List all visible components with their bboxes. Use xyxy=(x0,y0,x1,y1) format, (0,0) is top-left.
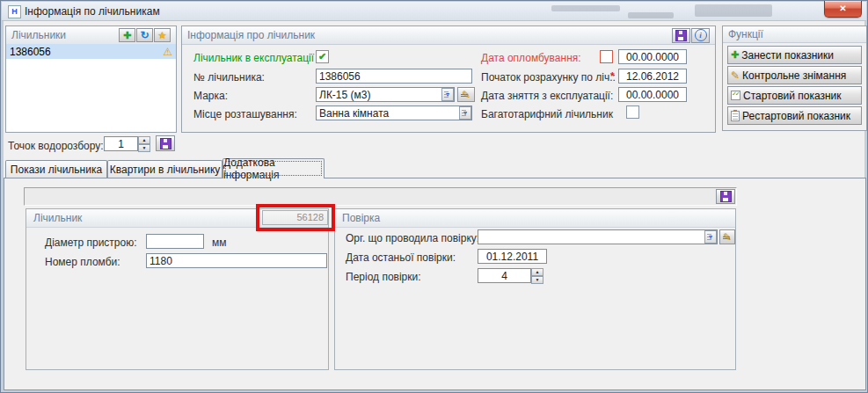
spin-up-icon[interactable]: ▲ xyxy=(138,136,150,144)
verification-group-title: Повірка xyxy=(342,212,380,224)
brand-edit-button[interactable]: ✎ xyxy=(457,87,475,102)
restart-reading-button[interactable]: Рестартовий показник xyxy=(727,106,862,125)
in-service-checkbox[interactable]: ✔ xyxy=(316,50,329,63)
brand-label: Марка: xyxy=(193,90,228,102)
meter-number-label: № лічильника: xyxy=(193,71,265,84)
meters-panel: Лічильники ✚ ↻ ★ 1386056 ⚠ xyxy=(5,25,177,133)
background-window-artifact xyxy=(628,12,674,18)
multi-tariff-label: Багатотарифний лічильник xyxy=(481,108,613,120)
plus-icon: ✚ xyxy=(123,30,131,41)
decommission-label: Дата зняття з експлуатації: xyxy=(481,90,613,102)
meter-info-panel: Інформація про лічильник i Лічильник в е… xyxy=(181,25,716,133)
meters-list: 1386056 ⚠ xyxy=(6,44,176,132)
verification-org-combo-input[interactable] xyxy=(478,229,718,244)
info-icon: i xyxy=(695,29,707,41)
location-combo-input[interactable] xyxy=(316,106,472,120)
meter-group: Лічильник 56128 Діаметр пристрою: мм Ном… xyxy=(26,208,329,370)
save-icon xyxy=(675,30,687,41)
save-icon xyxy=(720,191,732,202)
spin-up-icon[interactable]: ▲ xyxy=(531,268,543,276)
save-additional-info-button[interactable] xyxy=(716,189,735,204)
meter-number-input[interactable] xyxy=(316,69,472,84)
sealing-date-label: Дата опломбування: xyxy=(481,52,581,64)
water-points-spinner[interactable]: ▲ ▼ xyxy=(138,136,150,151)
plus-icon: ✚ xyxy=(731,49,739,61)
water-points-label: Точок водорозбору: xyxy=(8,140,104,152)
chevron-down-icon: ▾ xyxy=(463,109,467,117)
meters-panel-title: Лічильники xyxy=(11,29,66,41)
background-window-artifact xyxy=(695,4,772,17)
location-dropdown-button[interactable]: ▾ xyxy=(459,106,471,120)
verification-group-header: Повірка xyxy=(335,209,735,228)
diameter-input[interactable] xyxy=(146,234,204,249)
functions-panel-title: Функції xyxy=(728,28,763,40)
pencil-icon: ✎ xyxy=(731,69,740,82)
background-window-artifact xyxy=(551,5,620,11)
tab-readings[interactable]: Покази лічильника xyxy=(5,160,107,178)
refresh-button[interactable]: ↻ xyxy=(136,28,153,42)
tab-additional-info[interactable]: Додаткова інформація xyxy=(222,158,325,178)
location-label: Місце розташування: xyxy=(193,108,297,120)
close-button[interactable]: ✕ xyxy=(824,1,862,18)
chevron-down-icon: ▾ xyxy=(709,233,712,241)
water-points-input[interactable] xyxy=(104,136,138,151)
check-icon: ✔ xyxy=(318,51,326,62)
calc-start-input[interactable] xyxy=(618,69,687,84)
sealing-date-input[interactable] xyxy=(618,49,687,64)
last-check-date-input[interactable] xyxy=(478,249,547,264)
check-period-label: Період повірки: xyxy=(346,271,421,283)
save-water-points-button[interactable] xyxy=(156,135,175,151)
brand-dropdown-button[interactable]: ▾ xyxy=(441,88,454,101)
star-icon: ★ xyxy=(158,30,167,41)
meter-list-item[interactable]: 1386056 ⚠ xyxy=(6,44,176,59)
tab-apartments[interactable]: Квартири в лічильнику xyxy=(107,160,222,178)
start-reading-button[interactable]: ✓✓ Стартовий показник xyxy=(727,86,862,105)
check-period-spinner[interactable]: ▲ ▼ xyxy=(531,268,543,283)
seal-number-input[interactable] xyxy=(146,253,327,268)
refresh-icon: ↻ xyxy=(140,29,149,41)
meter-group-title: Лічильник xyxy=(33,212,82,224)
window-title: Інформація по лічильникам xyxy=(25,5,160,18)
diameter-unit-label: мм xyxy=(212,237,227,249)
verification-org-edit-button[interactable]: ✎ xyxy=(719,229,735,244)
decommission-input[interactable] xyxy=(618,87,687,102)
functions-panel-header: Функції xyxy=(723,26,866,43)
app-icon: Н xyxy=(8,5,21,18)
start-reading-icon: ✓✓ xyxy=(731,91,740,100)
functions-panel: Функції ✚ Занести показники ✎ Контрольне… xyxy=(722,25,867,131)
save-icon xyxy=(160,138,171,149)
highlighted-meter-id: 56128 xyxy=(262,210,328,225)
verification-org-dropdown-button[interactable]: ▾ xyxy=(704,230,717,244)
add-meter-button[interactable]: ✚ xyxy=(119,28,135,42)
brand-combo-input[interactable] xyxy=(316,87,455,102)
additional-info-page: Лічильник 56128 Діаметр пристрою: мм Ном… xyxy=(4,178,866,390)
restart-reading-icon xyxy=(731,111,740,121)
chevron-down-icon: ▾ xyxy=(446,91,449,98)
sealing-date-checkbox[interactable] xyxy=(600,50,613,63)
diameter-label: Діаметр пристрою: xyxy=(45,237,137,249)
meter-info-header: Інформація про лічильник i xyxy=(182,26,715,45)
multi-tariff-checkbox[interactable] xyxy=(626,106,639,119)
seal-number-label: Номер пломби: xyxy=(45,256,120,268)
enter-readings-button[interactable]: ✚ Занести показники xyxy=(727,46,862,64)
pencil-icon: ✎ xyxy=(723,231,732,244)
spin-down-icon[interactable]: ▼ xyxy=(531,276,543,284)
in-service-label: Лічильник в експлуатації xyxy=(193,52,314,64)
last-check-date-label: Дата останьої повірки: xyxy=(346,251,456,264)
warning-icon: ⚠ xyxy=(163,46,172,58)
control-reading-button[interactable]: ✎ Контрольне знімання xyxy=(727,66,862,84)
meter-info-title: Інформація про лічильник xyxy=(187,29,315,41)
spin-down-icon[interactable]: ▼ xyxy=(138,144,150,152)
verification-org-label: Орг. що проводила повірку: xyxy=(346,232,479,244)
info-button[interactable]: i xyxy=(691,28,710,43)
meters-panel-header: Лічильники ✚ ↻ ★ xyxy=(6,26,176,45)
check-period-input[interactable] xyxy=(478,268,531,283)
verification-group: Повірка Орг. що проводила повірку: ▾ ✎ Д… xyxy=(334,208,736,370)
close-icon: ✕ xyxy=(839,4,846,13)
page-toolbar xyxy=(24,187,737,206)
favorites-button[interactable]: ★ xyxy=(154,28,171,42)
pencil-icon: ✎ xyxy=(462,89,470,101)
calc-start-label: Початок розрахунку по ліч.: xyxy=(481,71,616,84)
save-meter-button[interactable] xyxy=(672,28,690,43)
meter-number: 1386056 xyxy=(10,46,51,58)
